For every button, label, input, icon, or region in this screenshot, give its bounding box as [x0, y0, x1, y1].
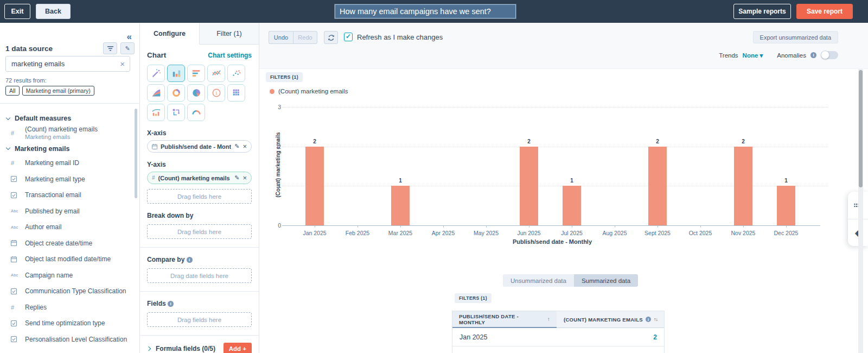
add-formula-field-button[interactable]: Add +: [224, 343, 252, 353]
info-icon[interactable]: i: [646, 317, 651, 322]
hash-icon: #: [11, 130, 14, 136]
field-search-input[interactable]: [6, 60, 120, 68]
bar-nov-2025[interactable]: [734, 147, 752, 225]
chart-type-pie-icon[interactable]: [187, 84, 205, 102]
filter-fields-button[interactable]: [103, 42, 117, 54]
bar-dec-2025[interactable]: [777, 186, 795, 225]
sample-reports-button[interactable]: Sample reports: [733, 4, 791, 19]
table-row-partial: [452, 346, 664, 353]
fields-dropzone[interactable]: Drag fields here: [147, 312, 252, 327]
x-tick-label: Feb 2025: [337, 230, 378, 236]
info-icon[interactable]: i: [168, 301, 174, 307]
edit-y-axis-icon[interactable]: ✎: [234, 174, 239, 181]
clear-search-icon[interactable]: ×: [120, 59, 130, 68]
tab-configure[interactable]: Configure: [140, 23, 199, 45]
chart-type-column-icon[interactable]: [167, 65, 185, 82]
report-title-input[interactable]: [335, 4, 516, 18]
sidebar-divider: [0, 103, 140, 104]
unsummarized-data-tab[interactable]: Unsummarized data: [503, 274, 574, 287]
y-axis-field-pill[interactable]: # (Count) marketing emails ✎ ×: [147, 172, 252, 184]
edit-data-source-button[interactable]: ✎: [120, 42, 135, 54]
field-list: Default measures#(Count) marketing email…: [0, 108, 133, 353]
x-tick-label: Nov 2025: [723, 230, 763, 236]
field-item[interactable]: #(Count) marketing emailsMarketing email…: [0, 125, 133, 141]
summarized-data-tab[interactable]: Summarized data: [574, 274, 638, 287]
main-scrollbar[interactable]: [858, 69, 863, 353]
chart-type-donut-icon[interactable]: [167, 84, 185, 102]
field-item[interactable]: #Marketing email ID: [0, 155, 133, 172]
table-filters-badge[interactable]: FILTERS (1): [455, 293, 492, 303]
source-chip-primary[interactable]: Marketing email (primary): [22, 86, 94, 96]
field-item[interactable]: AbcCampaign name: [0, 267, 133, 283]
tab-filter[interactable]: Filter (1): [199, 23, 259, 45]
report-preview-area: Undo Redo ✓ Refresh as I make changes Ex…: [259, 23, 868, 353]
y-tick-label: 3: [267, 104, 281, 110]
chart-type-area-icon[interactable]: [147, 84, 165, 102]
bar-value-label: 2: [305, 138, 324, 144]
break-down-dropzone[interactable]: Drag fields here: [147, 224, 252, 239]
remove-y-axis-icon[interactable]: ×: [242, 174, 247, 182]
field-item[interactable]: Object last modified date/time: [0, 251, 133, 268]
bar-jul-2025[interactable]: [563, 186, 581, 225]
remove-x-axis-icon[interactable]: ×: [242, 142, 247, 150]
info-icon[interactable]: i: [187, 257, 193, 263]
chart-type-pivot-icon[interactable]: [167, 104, 185, 121]
back-button[interactable]: Back: [36, 4, 71, 19]
field-section-header[interactable]: Marketing emails: [0, 141, 133, 155]
chart-type-combo-icon[interactable]: [147, 104, 165, 121]
field-item[interactable]: Transactional email: [0, 187, 133, 204]
column-header-count[interactable]: (COUNT) MARKETING EMAILSi↑↓: [557, 311, 664, 328]
x-tick-mark: [315, 225, 315, 228]
column-header-date[interactable]: PUBLISH/SEND DATE - MONTHLY↑: [452, 311, 557, 328]
field-item[interactable]: Communication Type Classification: [0, 283, 133, 300]
x-tick-label: Jul 2025: [552, 230, 592, 236]
x-tick-label: Sept 2025: [637, 230, 678, 236]
field-item[interactable]: Send time optimization type: [0, 316, 133, 332]
bar-sept-2025[interactable]: [648, 147, 667, 225]
x-tick-mark: [400, 225, 401, 228]
field-item[interactable]: #Replies: [0, 299, 133, 316]
x-tick-mark: [615, 225, 615, 228]
sort-asc-icon[interactable]: ↑: [547, 316, 550, 322]
chart-heading: Chart: [147, 51, 166, 59]
abc-text-icon: Abc: [11, 209, 18, 213]
field-item[interactable]: Marketing email type: [0, 171, 133, 187]
x-tick-mark: [572, 225, 572, 228]
chart-type-kpi-icon[interactable]: 1: [207, 84, 225, 102]
y-axis-field-value: (Count) marketing emails: [158, 175, 232, 181]
bar-jun-2025[interactable]: [520, 147, 538, 225]
collapse-sidebar-icon[interactable]: «: [127, 31, 132, 42]
field-section-header[interactable]: Default measures: [0, 111, 133, 125]
scrollbar-thumb[interactable]: [859, 70, 863, 187]
enumeration-icon: [11, 336, 17, 342]
chevron-right-icon[interactable]: [146, 346, 151, 351]
field-item[interactable]: AbcPublished by email: [0, 203, 133, 219]
data-source-sidebar: « 1 data source ✎ × 72 results from: All…: [0, 23, 140, 353]
y-axis-dropzone[interactable]: Drag fields here: [147, 189, 252, 204]
field-item[interactable]: Object create date/time: [0, 235, 133, 251]
formula-fields-label[interactable]: Formula fields (0/5): [156, 345, 215, 352]
chart-type-scatter-icon[interactable]: [227, 65, 245, 82]
chart-type-line-icon[interactable]: [207, 65, 225, 82]
exit-button[interactable]: Exit: [4, 4, 30, 19]
edit-x-axis-icon[interactable]: ✎: [234, 143, 239, 150]
bar-mar-2025[interactable]: [391, 186, 410, 225]
chart-settings-link[interactable]: Chart settings: [208, 52, 252, 59]
x-tick-label: May 2025: [466, 230, 506, 236]
x-tick-label: Jun 2025: [509, 230, 549, 236]
x-tick-mark: [529, 225, 529, 228]
sort-both-icon[interactable]: ↑↓: [654, 317, 658, 322]
save-report-button[interactable]: Save report: [796, 4, 853, 19]
chart-type-gauge-icon[interactable]: [187, 104, 205, 121]
compare-by-dropzone[interactable]: Drag date fields here: [147, 268, 252, 283]
source-chip-all[interactable]: All: [5, 86, 20, 96]
chart-type-bar-icon[interactable]: [187, 65, 205, 82]
sidebar-scrollbar[interactable]: [135, 109, 137, 198]
table-row[interactable]: Jan 20252: [452, 328, 664, 346]
field-item[interactable]: AbcAuthor email: [0, 219, 133, 236]
x-axis-field-pill[interactable]: Publish/send date - Monthl ✎ ×: [147, 140, 252, 153]
chart-type-table-icon[interactable]: [227, 84, 245, 102]
field-item[interactable]: Personalisation Level Classification: [0, 331, 133, 348]
bar-jan-2025[interactable]: [305, 147, 324, 225]
chart-type-magic-wand-icon[interactable]: [147, 65, 165, 82]
